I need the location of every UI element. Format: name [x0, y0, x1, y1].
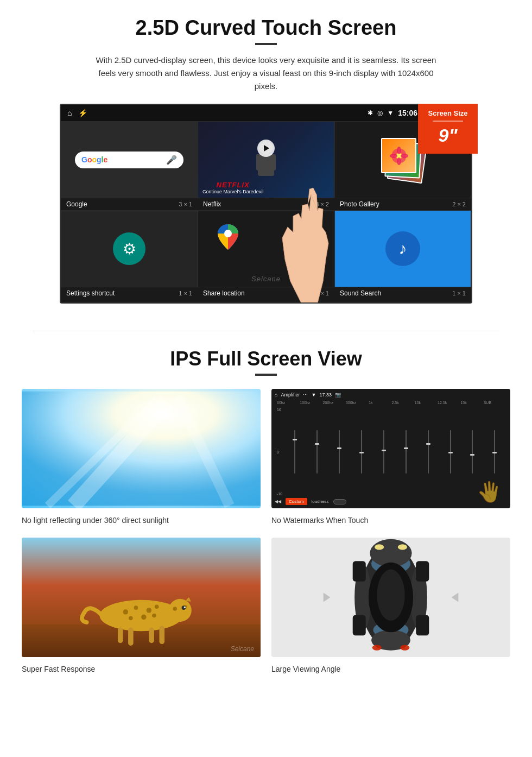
eq-slider-6[interactable] [396, 430, 416, 474]
label-settings: Settings shortcut 1 × 1 [61, 287, 198, 299]
settings-grid-size: 1 × 1 [179, 290, 192, 297]
caption-cheetah: Super Fast Response [22, 663, 261, 676]
device-mockup: Screen Size 9" ⌂ ⚡ ✱ ◎ ▼ 15:06 📷 🔊 ✕ [60, 104, 472, 304]
freq-10k: 10k [415, 401, 436, 405]
app-cell-settings[interactable]: ⚙ [61, 210, 198, 287]
svg-point-22 [155, 604, 159, 609]
status-bar: ⌂ ⚡ ✱ ◎ ▼ 15:06 📷 🔊 ✕ ⬜ [61, 105, 471, 121]
app-cell-netflix[interactable]: NETFLIX Continue Marvel's Daredevil [198, 121, 334, 198]
android-screen: ⌂ ⚡ ✱ ◎ ▼ 15:06 📷 🔊 ✕ ⬜ [60, 104, 472, 304]
caption-car: Large Viewing Angle [271, 663, 510, 676]
ips-img-sunlight-box [22, 389, 261, 508]
amp-back-icon[interactable]: ◀◀ [275, 499, 281, 504]
settings-icon-circle: ⚙ [113, 232, 145, 265]
eq-sliders [284, 408, 505, 496]
freq-60hz: 60hz [277, 401, 298, 405]
google-search-bar[interactable]: Google 🎤 [75, 152, 183, 168]
netflix-play-button[interactable] [257, 140, 275, 157]
car-top-view-svg [320, 538, 461, 657]
gear-icon: ⚙ [123, 240, 136, 258]
netflix-grid-size: 3 × 2 [315, 201, 329, 207]
badge-title: Screen Size [422, 109, 473, 117]
svg-rect-34 [128, 627, 134, 645]
car-visual [271, 538, 510, 657]
eq-slider-5[interactable] [373, 430, 394, 474]
amp-time: 17:33 [319, 392, 332, 398]
svg-point-25 [152, 614, 156, 618]
eq-slider-7[interactable] [418, 430, 438, 474]
caption-amplifier: No Watermarks When Touch [271, 514, 510, 527]
freq-15k: 15k [460, 401, 482, 405]
cheetah-svg [22, 538, 261, 657]
amp-db-labels: 10 0 -10 [277, 408, 283, 496]
amp-bottom-controls: ◀◀ Custom loudness [275, 498, 507, 505]
section-ips-full-screen: IPS Full Screen View [0, 348, 532, 692]
music-note-circle: ♪ [385, 231, 420, 266]
eq-slider-2[interactable] [307, 430, 327, 474]
label-netflix: Netflix 3 × 2 [198, 198, 334, 210]
svg-point-20 [134, 605, 138, 610]
svg-point-49 [377, 570, 404, 621]
freq-sub: SUB [484, 401, 505, 405]
label-sound: Sound Search 1 × 1 [334, 287, 471, 299]
share-grid-size: 1 × 1 [315, 290, 329, 297]
amp-loudness-label: loudness [312, 499, 329, 504]
svg-rect-3 [270, 154, 276, 171]
svg-point-21 [147, 608, 152, 613]
sound-cell-inner: ♪ [335, 211, 471, 287]
eq-slider-3[interactable] [329, 430, 349, 474]
amp-loudness-toggle[interactable] [333, 499, 346, 504]
netflix-logo-text: NETFLIX [202, 181, 263, 189]
sound-label-text: Sound Search [340, 289, 381, 297]
svg-point-52 [372, 645, 382, 650]
photo-gallery-grid-size: 2 × 2 [452, 201, 466, 207]
ips-img-car-box [271, 538, 510, 657]
music-note-icon: ♪ [399, 239, 407, 258]
seicane-watermark: Seicane [231, 645, 254, 653]
eq-slider-9[interactable] [463, 430, 483, 474]
cheetah-visual: Seicane [22, 538, 261, 657]
google-logo: Google [81, 155, 107, 164]
amp-freq-labels: 60hz 100hz 200hz 500hz 1k 2.5k 10k 12.5k… [275, 400, 507, 406]
ips-item-car: Large Viewing Angle [271, 538, 510, 676]
svg-rect-36 [159, 626, 164, 644]
svg-point-26 [169, 599, 192, 622]
eq-slider-1[interactable] [284, 430, 305, 474]
ips-item-cheetah: Seicane Super Fast Response [22, 538, 261, 676]
mic-icon[interactable]: 🎤 [166, 155, 177, 165]
ips-img-amp-box: ⌂ Amplifier ⋯ ▼ 17:33 📷 60hz 100hz 200hz… [271, 389, 510, 508]
device-watermark: Seicane [251, 275, 281, 283]
svg-point-30 [184, 607, 186, 608]
app-cell-google[interactable]: Google 🎤 [61, 121, 198, 198]
eq-slider-10[interactable] [485, 430, 505, 474]
google-cell-inner: Google 🎤 [61, 122, 197, 198]
photo-gallery-label-text: Photo Gallery [340, 200, 379, 208]
amp-sliders-area: 10 0 -10 [275, 406, 507, 498]
eq-slider-8[interactable] [440, 430, 460, 474]
amp-title: Amplifier [281, 392, 300, 398]
label-google: Google 3 × 1 [61, 198, 198, 210]
netflix-label: NETFLIX Continue Marvel's Daredevil [202, 181, 263, 194]
netflix-label-text: Netflix [203, 200, 221, 208]
section1-title: 2.5D Curved Touch Screen [33, 16, 499, 40]
app-cell-sound-search[interactable]: ♪ [334, 210, 471, 287]
badge-size: 9" [422, 125, 473, 146]
svg-point-50 [375, 544, 384, 550]
svg-point-53 [400, 645, 409, 650]
screen-size-badge: Screen Size 9" [418, 104, 478, 154]
freq-200hz: 200hz [323, 401, 344, 405]
amp-wifi-icon: ▼ [311, 392, 316, 398]
section-curved-touch: 2.5D Curved Touch Screen With 2.5D curve… [0, 0, 532, 314]
eq-slider-4[interactable] [351, 430, 371, 474]
svg-point-23 [129, 616, 133, 620]
gps-icon: ◎ [377, 109, 383, 117]
netflix-subtitle: Continue Marvel's Daredevil [202, 189, 263, 194]
amp-cam-icon: 📷 [335, 392, 341, 398]
ips-img-cheetah-box: Seicane [22, 538, 261, 657]
home-icon[interactable]: ⌂ [67, 109, 72, 117]
amp-hand-icon: 🖐 [477, 481, 502, 503]
freq-500hz: 500hz [346, 401, 367, 405]
label-share: Share location 1 × 1 [198, 287, 334, 299]
amp-custom-button[interactable]: Custom [286, 498, 307, 505]
google-label-text: Google [66, 200, 87, 208]
